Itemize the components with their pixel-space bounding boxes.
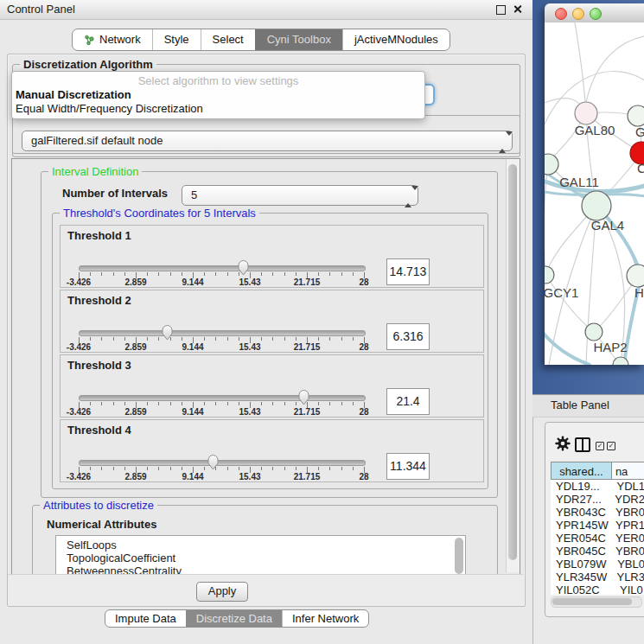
tab-style[interactable]: Style (152, 29, 201, 50)
mac-zoom-icon[interactable] (590, 8, 602, 20)
network-node[interactable] (585, 323, 603, 341)
table-row[interactable]: YBR045CYBR0 (551, 545, 644, 558)
tick-mark (215, 337, 216, 341)
tick-mark (227, 467, 228, 470)
table-row[interactable]: YBL079WYBL0 (551, 558, 644, 571)
settings-scroll-area: Interval Definition Number of Intervals … (11, 158, 520, 575)
cell-name: YBR0 (612, 545, 644, 558)
tick-mark (124, 402, 125, 405)
table-horizontal-scrollbar[interactable] (551, 596, 642, 608)
threshold-slider-thumb[interactable] (238, 258, 249, 276)
tick-mark (182, 467, 182, 470)
network-node[interactable] (545, 266, 554, 284)
tab-cyni-toolbox[interactable]: Cyni Toolbox (255, 29, 342, 50)
panel-scrollbar-thumb[interactable] (508, 164, 517, 560)
table-row[interactable]: YBR043CYBR0 (551, 506, 644, 519)
threshold-slider-track[interactable] (79, 330, 366, 336)
table-row[interactable]: YPR145WYPR1 (551, 519, 644, 532)
threshold-slider-track[interactable] (79, 395, 366, 401)
apply-button[interactable]: Apply (196, 582, 248, 602)
tab-label: Infer Network (292, 612, 359, 625)
checkbox-icon[interactable]: ✓ (607, 442, 615, 450)
tab-jactivemnodules[interactable]: jActiveMNodules (342, 29, 450, 50)
tick-mark (170, 402, 171, 405)
tick-mark (90, 467, 91, 470)
tick-mark (353, 272, 354, 276)
float-window-icon[interactable] (496, 5, 506, 15)
cell-shared-name: YIL052C (551, 583, 616, 595)
close-icon[interactable] (513, 4, 522, 14)
tick-mark (239, 467, 239, 470)
threshold-slider-thumb[interactable] (162, 323, 173, 341)
tick-mark (204, 337, 205, 341)
table-row[interactable]: YER054CYER0 (551, 532, 644, 545)
app-root: Control Panel NetworkStyleSelectCyni Too… (0, 0, 644, 644)
tick-mark (341, 272, 342, 276)
cell-shared-name: YLR345W (551, 571, 613, 583)
interval-definition-group: Interval Definition Number of Intervals … (41, 171, 498, 498)
panel-scrollbar[interactable] (506, 159, 520, 572)
network-node[interactable] (575, 102, 597, 124)
threshold-slider-track[interactable] (79, 265, 366, 271)
tick-mark (101, 402, 102, 405)
tick-mark (158, 402, 159, 405)
table-row[interactable]: YDL19...YDL1 (551, 480, 644, 493)
threshold-value-field[interactable]: 6.316 (386, 323, 430, 350)
tab-label: Select (213, 29, 244, 50)
tab-label: jActiveMNodules (354, 29, 438, 50)
network-node[interactable] (628, 105, 644, 126)
table-row[interactable]: YIL052CYIL0 (551, 583, 644, 595)
tick-mark (204, 402, 205, 405)
checkbox-icon[interactable]: ✓ (596, 442, 604, 450)
network-node[interactable] (627, 265, 644, 287)
threshold-slider-thumb[interactable] (207, 453, 219, 470)
thresholds-group: Threshold's Coordinates for 5 Intervals … (52, 213, 488, 489)
table-row[interactable]: YDR27...YDR2 (551, 493, 644, 506)
tick-mark (113, 337, 114, 341)
tab-label: Cyni Toolbox (267, 29, 331, 50)
tick-label: 15.43 (239, 407, 260, 417)
network-node[interactable] (582, 191, 611, 220)
tick-mark (215, 272, 216, 276)
popup-item-equal-width-frequency[interactable]: Equal Width/Frequency Discretization (16, 102, 203, 115)
tick-mark (182, 272, 182, 276)
threshold-value-field[interactable]: 21.4 (386, 388, 430, 415)
tick-label: 9.144 (182, 472, 203, 481)
number-of-intervals-combobox[interactable]: 5 (182, 185, 418, 206)
table-data-combobox[interactable]: galFiltered.sif default node (22, 131, 513, 151)
column-header-shared[interactable]: shared... (551, 462, 612, 480)
column-header-name[interactable]: na (612, 462, 644, 480)
tick-mark (101, 272, 102, 276)
attribute-list-item[interactable]: TopologicalCoefficient (56, 552, 465, 564)
tick-label: 2.859 (124, 277, 146, 287)
threshold-slider-track[interactable] (79, 460, 366, 466)
mac-minimize-icon[interactable] (572, 8, 584, 20)
tick-mark (272, 272, 273, 276)
tick-mark (296, 467, 296, 470)
attribute-list-item[interactable]: SelfLoops (56, 539, 465, 552)
network-canvas[interactable]: GAL80GACGAL11GAL4GCY1HHAP2 (545, 22, 644, 365)
tab-network[interactable]: Network (73, 29, 152, 50)
list-scrollbar[interactable] (455, 538, 463, 574)
cell-shared-name: YDR27... (551, 493, 611, 506)
bottom-tab-impute-data[interactable]: Impute Data (105, 610, 186, 627)
tick-mark (227, 337, 228, 341)
mac-close-icon[interactable] (555, 8, 567, 20)
number-of-intervals-value: 5 (191, 188, 197, 201)
popup-item-manual-discretization[interactable]: Manual Discretization (16, 88, 131, 101)
threshold-slider-thumb[interactable] (298, 388, 309, 405)
apply-strip: Apply (8, 574, 523, 606)
bottom-tab-infer-network[interactable]: Infer Network (282, 610, 368, 627)
threshold-value-field[interactable]: 11.344 (386, 453, 430, 480)
threshold-value-field[interactable]: 14.713 (386, 258, 430, 285)
table-row[interactable]: YLR345WYLR3 (551, 571, 644, 583)
table-hscroll-thumb[interactable] (552, 598, 632, 605)
bottom-tab-discretize-data[interactable]: Discretize Data (186, 610, 282, 627)
tab-select[interactable]: Select (201, 29, 255, 50)
tick-label: 9.144 (182, 277, 203, 287)
column-split-icon[interactable] (575, 437, 590, 452)
network-edge (575, 22, 586, 113)
network-node-label: GAL80 (575, 123, 615, 137)
table-toolbar: ✓ ✓ (545, 423, 644, 461)
gear-icon[interactable] (555, 436, 571, 451)
